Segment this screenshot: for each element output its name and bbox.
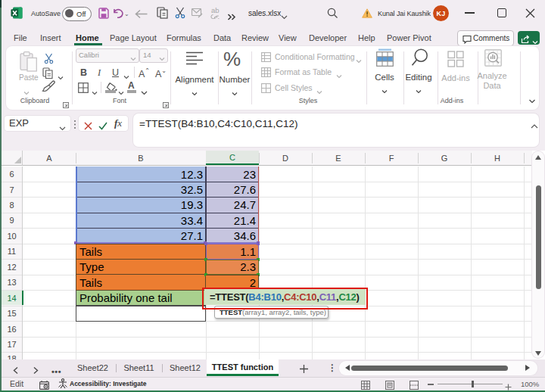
svg-text:ab: ab [211, 7, 220, 14]
